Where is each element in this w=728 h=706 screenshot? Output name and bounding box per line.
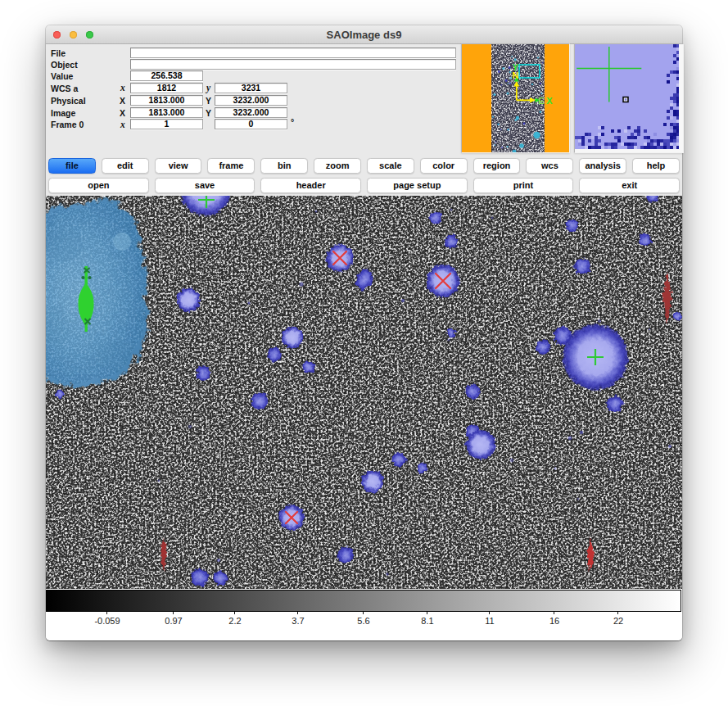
svg-text:X: X xyxy=(546,96,553,106)
svg-text:E: E xyxy=(538,96,544,106)
svg-text:N: N xyxy=(513,70,519,80)
